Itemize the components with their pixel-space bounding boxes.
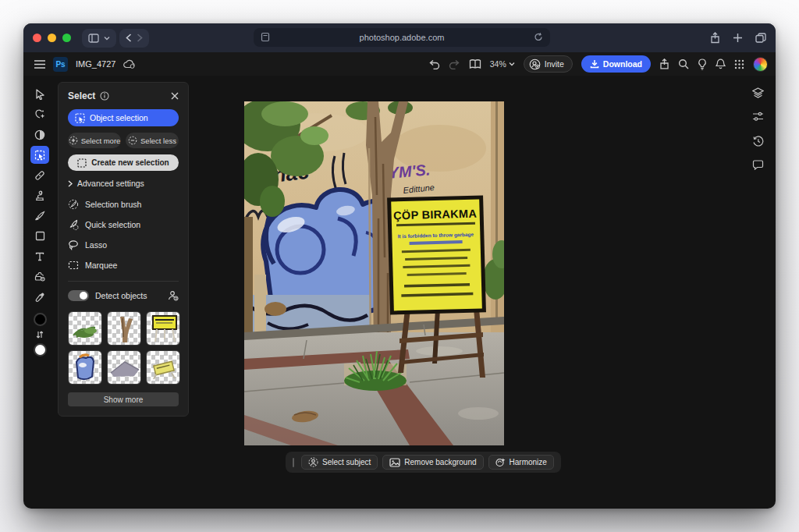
minimize-window-button[interactable] [48, 34, 56, 42]
app-header: Ps IMG_4727 34% Invite Download [23, 52, 776, 76]
type-icon [35, 252, 44, 261]
select-less-icon [128, 136, 137, 145]
window-controls [33, 34, 71, 42]
brush-icon [34, 211, 45, 222]
eyedropper-tool[interactable] [30, 288, 49, 306]
detected-object-thumbnail-slab[interactable] [107, 350, 141, 385]
undo-icon[interactable] [428, 59, 440, 69]
spot-heal-tool[interactable] [30, 166, 49, 184]
clone-stamp-tool[interactable] [30, 186, 49, 204]
detect-objects-label: Detect objects [95, 291, 147, 300]
back-button[interactable] [126, 34, 132, 42]
new-tab-icon[interactable] [733, 33, 743, 43]
move-cursor-icon [35, 89, 45, 100]
detected-object-thumbnail-trunk[interactable] [107, 311, 141, 346]
close-panel-icon[interactable] [171, 92, 179, 100]
select-subject-button[interactable]: Select subject [301, 455, 378, 470]
detected-object-thumbnail-graffiti[interactable] [68, 350, 102, 385]
compare-view-icon[interactable] [469, 59, 481, 69]
taskbar-grip[interactable] [293, 458, 294, 467]
zoom-level-dropdown[interactable]: 34% [490, 59, 515, 69]
select-subject-icon [308, 457, 318, 467]
swap-colors-icon[interactable] [36, 329, 44, 340]
brush-tool[interactable] [30, 207, 49, 225]
object-selection-icon [75, 113, 85, 123]
history-panel-button[interactable] [748, 133, 767, 149]
apps-grid-icon[interactable] [734, 59, 744, 69]
hamburger-menu-icon[interactable] [34, 60, 45, 69]
share-document-icon[interactable] [659, 59, 669, 69]
download-button[interactable]: Download [581, 55, 651, 73]
panel-title: Select [68, 90, 95, 101]
detected-object-thumbnail-plant[interactable] [68, 311, 102, 346]
bandage-icon [34, 170, 45, 181]
contextual-taskbar: Select subject Remove background Harmoni… [286, 452, 561, 473]
detect-objects-toggle[interactable] [68, 290, 89, 301]
adjustment-tool[interactable] [30, 126, 49, 144]
lightbulb-icon[interactable] [698, 59, 707, 70]
harmonize-sparkle-icon [495, 457, 506, 467]
harmonize-button[interactable]: Harmonize [488, 455, 554, 470]
sliders-icon [752, 112, 764, 122]
info-icon[interactable] [100, 91, 109, 101]
properties-panel-button[interactable] [748, 108, 767, 125]
invite-button[interactable]: Invite [524, 55, 573, 73]
tab-overview-icon[interactable] [755, 33, 766, 43]
sidebar-toggle[interactable] [82, 29, 116, 48]
magic-sparkle-icon [34, 109, 45, 120]
advanced-settings-toggle[interactable]: Advanced settings [68, 179, 179, 188]
notifications-bell-icon[interactable] [716, 59, 726, 69]
remove-background-button[interactable]: Remove background [382, 455, 483, 470]
clone-stamp-icon [34, 190, 45, 201]
background-color-swatch[interactable] [34, 343, 47, 356]
nav-buttons [119, 29, 149, 48]
move-tool[interactable] [30, 85, 49, 103]
quick-selection-item[interactable]: Quick selection [68, 215, 179, 235]
eyedropper-icon [35, 292, 45, 302]
foreground-color-swatch[interactable] [34, 313, 47, 326]
tool-rail [23, 76, 56, 509]
lasso-icon [68, 239, 79, 250]
canvas-photo[interactable]: nac SYM'S. Edittune [244, 101, 504, 445]
chevron-right-icon [68, 180, 73, 187]
comments-panel-button[interactable] [748, 157, 767, 173]
tool-options[interactable] [30, 268, 49, 286]
lasso-item[interactable]: Lasso [68, 235, 179, 255]
show-more-button[interactable]: Show more [68, 392, 179, 406]
user-avatar[interactable] [753, 57, 768, 72]
ai-magic-tool[interactable] [30, 105, 49, 123]
address-bar[interactable]: photoshop.adobe.com [254, 28, 550, 47]
sidebar-icon [88, 34, 99, 43]
select-tool[interactable] [30, 146, 49, 164]
redo-icon[interactable] [449, 59, 460, 69]
detected-object-thumbnail-tilted-sign[interactable] [146, 350, 180, 385]
panel-divider [68, 281, 179, 282]
selection-brush-item[interactable]: Selection brush [68, 194, 179, 215]
select-more-button[interactable]: Select more [68, 133, 121, 148]
type-tool[interactable] [30, 247, 49, 265]
close-window-button[interactable] [33, 34, 41, 42]
reload-icon[interactable] [534, 32, 543, 42]
browser-toolbar: photoshop.adobe.com [23, 23, 776, 52]
object-select-icon [34, 150, 45, 161]
search-icon[interactable] [678, 59, 689, 69]
comment-bubble-icon [752, 160, 764, 170]
shape-tool[interactable] [30, 227, 49, 245]
create-new-selection-button[interactable]: Create new selection [68, 154, 179, 171]
download-icon [590, 59, 599, 69]
zoom-window-button[interactable] [62, 34, 71, 42]
rectangle-icon [35, 231, 45, 241]
browser-window: photoshop.adobe.com Ps IMG_4727 34% [23, 23, 776, 509]
share-page-icon[interactable] [710, 32, 720, 44]
contrast-circle-icon [34, 129, 45, 140]
select-less-button[interactable]: Select less [126, 133, 179, 148]
select-panel: Select Object selection Select more Sele… [58, 82, 189, 417]
chevron-down-icon [509, 62, 515, 66]
redetect-objects-icon[interactable] [167, 290, 179, 301]
photoshop-logo: Ps [53, 57, 68, 72]
forward-button[interactable] [137, 34, 143, 42]
marquee-item[interactable]: Marquee [68, 255, 179, 275]
object-selection-button[interactable]: Object selection [68, 109, 179, 126]
layers-panel-button[interactable] [748, 84, 767, 101]
detected-object-thumbnail-sign[interactable] [146, 311, 180, 346]
